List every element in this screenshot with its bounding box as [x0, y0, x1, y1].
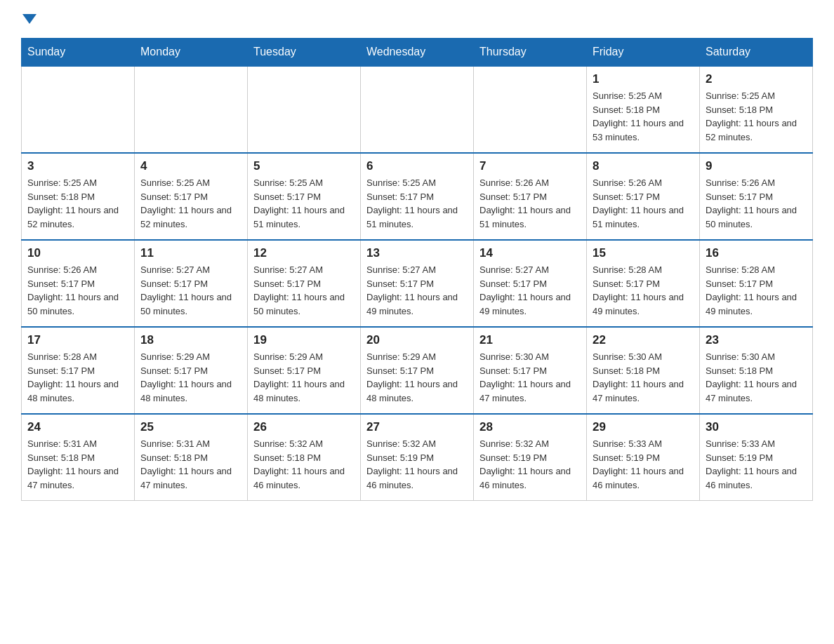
day-number: 26 [253, 420, 355, 434]
calendar-cell: 21Sunrise: 5:30 AMSunset: 5:17 PMDayligh… [474, 327, 587, 414]
day-number: 25 [140, 420, 241, 434]
day-info: Sunrise: 5:25 AMSunset: 5:17 PMDaylight:… [253, 176, 355, 231]
calendar-cell [361, 66, 474, 153]
day-info: Sunrise: 5:28 AMSunset: 5:17 PMDaylight:… [593, 263, 694, 318]
day-info: Sunrise: 5:31 AMSunset: 5:18 PMDaylight:… [27, 437, 128, 492]
day-number: 8 [593, 159, 694, 173]
calendar-week-row: 17Sunrise: 5:28 AMSunset: 5:17 PMDayligh… [22, 327, 813, 414]
calendar-cell: 8Sunrise: 5:26 AMSunset: 5:17 PMDaylight… [587, 153, 700, 240]
day-of-week-header: Wednesday [361, 39, 474, 67]
calendar-table: SundayMondayTuesdayWednesdayThursdayFrid… [21, 38, 813, 501]
day-number: 6 [366, 159, 468, 173]
calendar-week-row: 24Sunrise: 5:31 AMSunset: 5:18 PMDayligh… [22, 414, 813, 501]
calendar-header-row: SundayMondayTuesdayWednesdayThursdayFrid… [22, 39, 813, 67]
day-info: Sunrise: 5:25 AMSunset: 5:18 PMDaylight:… [593, 89, 694, 144]
logo [21, 14, 37, 24]
calendar-cell: 9Sunrise: 5:26 AMSunset: 5:17 PMDaylight… [700, 153, 813, 240]
calendar-cell: 28Sunrise: 5:32 AMSunset: 5:19 PMDayligh… [474, 414, 587, 501]
calendar-cell: 2Sunrise: 5:25 AMSunset: 5:18 PMDaylight… [700, 66, 813, 153]
calendar-cell: 11Sunrise: 5:27 AMSunset: 5:17 PMDayligh… [135, 240, 248, 327]
day-info: Sunrise: 5:28 AMSunset: 5:17 PMDaylight:… [706, 263, 807, 318]
page-header [21, 14, 813, 24]
day-info: Sunrise: 5:32 AMSunset: 5:19 PMDaylight:… [479, 437, 581, 492]
calendar-cell: 3Sunrise: 5:25 AMSunset: 5:18 PMDaylight… [22, 153, 135, 240]
calendar-cell: 10Sunrise: 5:26 AMSunset: 5:17 PMDayligh… [22, 240, 135, 327]
calendar-cell: 17Sunrise: 5:28 AMSunset: 5:17 PMDayligh… [22, 327, 135, 414]
day-info: Sunrise: 5:29 AMSunset: 5:17 PMDaylight:… [140, 350, 241, 405]
day-number: 18 [140, 333, 241, 347]
day-number: 22 [593, 333, 694, 347]
day-number: 29 [593, 420, 694, 434]
day-info: Sunrise: 5:31 AMSunset: 5:18 PMDaylight:… [140, 437, 241, 492]
calendar-cell [474, 66, 587, 153]
day-info: Sunrise: 5:33 AMSunset: 5:19 PMDaylight:… [706, 437, 807, 492]
day-info: Sunrise: 5:29 AMSunset: 5:17 PMDaylight:… [366, 350, 468, 405]
day-number: 11 [140, 246, 241, 260]
day-number: 4 [140, 159, 241, 173]
day-info: Sunrise: 5:25 AMSunset: 5:18 PMDaylight:… [706, 89, 807, 144]
day-number: 7 [479, 159, 581, 173]
calendar-cell: 14Sunrise: 5:27 AMSunset: 5:17 PMDayligh… [474, 240, 587, 327]
day-number: 5 [253, 159, 355, 173]
day-number: 13 [366, 246, 468, 260]
day-of-week-header: Monday [135, 39, 248, 67]
day-info: Sunrise: 5:30 AMSunset: 5:17 PMDaylight:… [479, 350, 581, 405]
calendar-cell: 19Sunrise: 5:29 AMSunset: 5:17 PMDayligh… [248, 327, 361, 414]
day-info: Sunrise: 5:30 AMSunset: 5:18 PMDaylight:… [593, 350, 694, 405]
day-of-week-header: Friday [587, 39, 700, 67]
day-number: 15 [593, 246, 694, 260]
day-info: Sunrise: 5:25 AMSunset: 5:17 PMDaylight:… [366, 176, 468, 231]
day-of-week-header: Saturday [700, 39, 813, 67]
day-info: Sunrise: 5:26 AMSunset: 5:17 PMDaylight:… [27, 263, 128, 318]
day-info: Sunrise: 5:26 AMSunset: 5:17 PMDaylight:… [593, 176, 694, 231]
day-info: Sunrise: 5:25 AMSunset: 5:17 PMDaylight:… [140, 176, 241, 231]
day-info: Sunrise: 5:27 AMSunset: 5:17 PMDaylight:… [140, 263, 241, 318]
day-number: 19 [253, 333, 355, 347]
day-info: Sunrise: 5:27 AMSunset: 5:17 PMDaylight:… [253, 263, 355, 318]
day-number: 2 [706, 72, 807, 86]
day-info: Sunrise: 5:27 AMSunset: 5:17 PMDaylight:… [479, 263, 581, 318]
calendar-cell: 27Sunrise: 5:32 AMSunset: 5:19 PMDayligh… [361, 414, 474, 501]
calendar-cell [22, 66, 135, 153]
calendar-cell: 6Sunrise: 5:25 AMSunset: 5:17 PMDaylight… [361, 153, 474, 240]
calendar-cell: 12Sunrise: 5:27 AMSunset: 5:17 PMDayligh… [248, 240, 361, 327]
day-of-week-header: Thursday [474, 39, 587, 67]
calendar-cell: 4Sunrise: 5:25 AMSunset: 5:17 PMDaylight… [135, 153, 248, 240]
calendar-cell [248, 66, 361, 153]
day-number: 9 [706, 159, 807, 173]
day-info: Sunrise: 5:32 AMSunset: 5:18 PMDaylight:… [253, 437, 355, 492]
day-number: 1 [593, 72, 694, 86]
day-number: 17 [27, 333, 128, 347]
calendar-cell: 16Sunrise: 5:28 AMSunset: 5:17 PMDayligh… [700, 240, 813, 327]
calendar-cell: 22Sunrise: 5:30 AMSunset: 5:18 PMDayligh… [587, 327, 700, 414]
day-info: Sunrise: 5:28 AMSunset: 5:17 PMDaylight:… [27, 350, 128, 405]
day-info: Sunrise: 5:27 AMSunset: 5:17 PMDaylight:… [366, 263, 468, 318]
day-info: Sunrise: 5:26 AMSunset: 5:17 PMDaylight:… [706, 176, 807, 231]
calendar-cell: 15Sunrise: 5:28 AMSunset: 5:17 PMDayligh… [587, 240, 700, 327]
day-number: 12 [253, 246, 355, 260]
day-info: Sunrise: 5:33 AMSunset: 5:19 PMDaylight:… [593, 437, 694, 492]
calendar-cell [135, 66, 248, 153]
day-number: 28 [479, 420, 581, 434]
calendar-cell: 29Sunrise: 5:33 AMSunset: 5:19 PMDayligh… [587, 414, 700, 501]
calendar-cell: 5Sunrise: 5:25 AMSunset: 5:17 PMDaylight… [248, 153, 361, 240]
calendar-cell: 1Sunrise: 5:25 AMSunset: 5:18 PMDaylight… [587, 66, 700, 153]
calendar-week-row: 3Sunrise: 5:25 AMSunset: 5:18 PMDaylight… [22, 153, 813, 240]
calendar-cell: 7Sunrise: 5:26 AMSunset: 5:17 PMDaylight… [474, 153, 587, 240]
day-number: 14 [479, 246, 581, 260]
day-number: 16 [706, 246, 807, 260]
day-info: Sunrise: 5:30 AMSunset: 5:18 PMDaylight:… [706, 350, 807, 405]
day-number: 23 [706, 333, 807, 347]
day-number: 3 [27, 159, 128, 173]
day-info: Sunrise: 5:29 AMSunset: 5:17 PMDaylight:… [253, 350, 355, 405]
calendar-cell: 20Sunrise: 5:29 AMSunset: 5:17 PMDayligh… [361, 327, 474, 414]
day-of-week-header: Sunday [22, 39, 135, 67]
day-info: Sunrise: 5:25 AMSunset: 5:18 PMDaylight:… [27, 176, 128, 231]
calendar-cell: 23Sunrise: 5:30 AMSunset: 5:18 PMDayligh… [700, 327, 813, 414]
day-number: 30 [706, 420, 807, 434]
calendar-cell: 18Sunrise: 5:29 AMSunset: 5:17 PMDayligh… [135, 327, 248, 414]
day-number: 20 [366, 333, 468, 347]
calendar-cell: 13Sunrise: 5:27 AMSunset: 5:17 PMDayligh… [361, 240, 474, 327]
calendar-cell: 25Sunrise: 5:31 AMSunset: 5:18 PMDayligh… [135, 414, 248, 501]
day-number: 10 [27, 246, 128, 260]
